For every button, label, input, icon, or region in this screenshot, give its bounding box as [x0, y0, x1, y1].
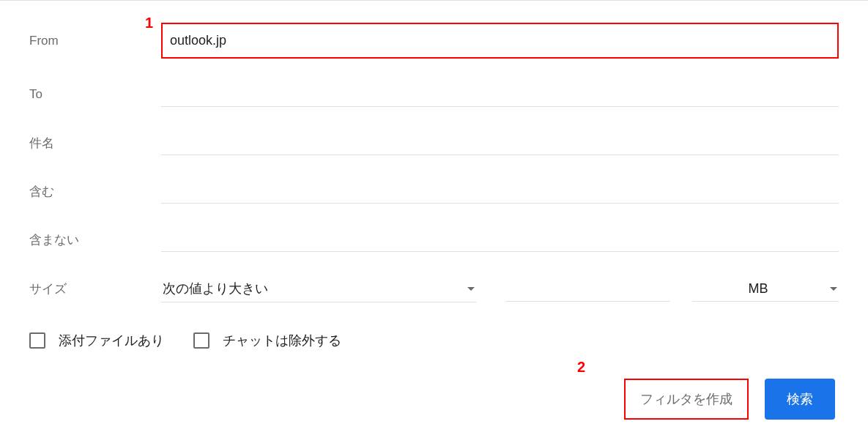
input-to[interactable] [161, 82, 839, 107]
input-excludes[interactable] [161, 227, 839, 252]
button-row: フィルタを作成 検索 [29, 379, 839, 420]
row-includes: 含む [29, 179, 839, 204]
label-includes: 含む [29, 183, 161, 200]
checkbox-row: 添付ファイルあり チャットは除外する [29, 332, 839, 349]
search-button[interactable]: 検索 [765, 379, 835, 420]
row-subject: 件名 [29, 130, 839, 155]
label-size: サイズ [29, 280, 161, 297]
input-subject[interactable] [161, 130, 839, 155]
annotation-2: 2 [577, 359, 585, 376]
filter-form: 1 From To 件名 含む 含まない サイズ 次の値より大きい MB [0, 1, 868, 434]
label-from: From [29, 34, 161, 48]
chevron-down-icon [830, 287, 837, 291]
input-from[interactable] [161, 23, 839, 59]
select-size-unit[interactable]: MB [692, 277, 839, 302]
checkbox-box-icon [193, 332, 209, 349]
checkbox-label-attachment: 添付ファイルあり [59, 332, 164, 349]
checkbox-has-attachment[interactable]: 添付ファイルあり [29, 332, 164, 349]
input-size-value[interactable] [505, 277, 670, 302]
create-filter-button[interactable]: フィルタを作成 [624, 379, 749, 420]
select-size-operator[interactable]: 次の値より大きい [161, 275, 476, 302]
checkbox-exclude-chat[interactable]: チャットは除外する [193, 332, 341, 349]
row-excludes: 含まない [29, 227, 839, 252]
label-excludes: 含まない [29, 231, 161, 248]
size-operator-value: 次の値より大きい [163, 280, 460, 297]
checkbox-box-icon [29, 332, 45, 349]
label-subject: 件名 [29, 135, 161, 152]
row-size: サイズ 次の値より大きい MB [29, 275, 839, 302]
input-includes[interactable] [161, 179, 839, 204]
size-unit-value: MB [694, 281, 823, 297]
row-to: To [29, 82, 839, 107]
annotation-1: 1 [145, 15, 153, 31]
chevron-down-icon [467, 287, 475, 291]
label-to: To [29, 87, 161, 102]
checkbox-label-exclude-chat: チャットは除外する [223, 332, 341, 349]
